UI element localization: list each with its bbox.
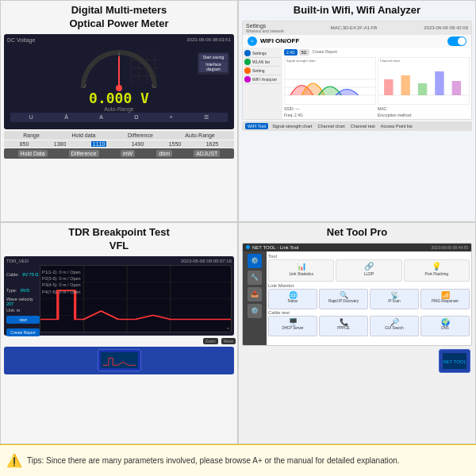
dmm-ctrl-ac[interactable]: A (99, 114, 103, 121)
nettool-port-flash[interactable]: 💡 Port Flashing (404, 259, 470, 282)
wifi-title: Built-in Wifi, Wifi Analyzer (239, 1, 475, 19)
pppoe-label: PPPOE (337, 326, 350, 330)
dmm-time: 2023-06-06 08:03:51 (186, 37, 231, 42)
tdr-title: TDR Breakpoint Test VFL (1, 223, 237, 255)
wifi-signal-chart: Signal strength chart (284, 57, 376, 105)
port-flash-icon: 💡 (432, 262, 441, 271)
wifi-tab-5g[interactable]: 5G (299, 49, 309, 56)
pppoe-icon: 📞 (340, 318, 348, 326)
tdr-screen-title: TDR_VED (6, 259, 29, 263)
dmm-bottom-btns: Hold Data Difference mW dbm ADJUST (4, 148, 234, 159)
dns-icon: 🌍 (441, 318, 450, 326)
difference-bottom-btn[interactable]: Difference (69, 150, 99, 157)
wifi-cell: Built-in Wifi, Wifi Analyzer Settings Wi… (238, 0, 476, 222)
svg-rect-19 (435, 71, 443, 95)
start-saving-btn[interactable]: Start saving (199, 54, 228, 60)
move-btn[interactable]: Move (221, 338, 236, 344)
dmm-cell: Digital Multi-meters Optical Power Meter… (0, 0, 238, 222)
dmm-controls: U Ā A Ω + ☰ (10, 113, 228, 122)
dmm-reading: 0.000 V (7, 90, 231, 106)
tdr-report-btn[interactable]: Create Report (6, 328, 40, 336)
scale-850[interactable]: 850 (20, 141, 29, 147)
zoom-btn[interactable]: Zoom (203, 338, 218, 344)
nettool-main-content: Tool 📊 Link Statistics 🔗 LLDP 💡 Port (267, 251, 471, 346)
hold-data-bottom-btn[interactable]: Hold Data (18, 150, 48, 157)
wifi-toggle[interactable] (447, 36, 466, 46)
tdr-nav: Zoom Move (1, 337, 237, 345)
auto-range-btn[interactable]: Auto-Range (185, 132, 214, 138)
dmm-ctrl-av[interactable]: Ā (64, 114, 68, 121)
nettool-link-stats[interactable]: 📊 Link Statistics (268, 259, 334, 282)
status-icon: 🌐 (289, 291, 298, 299)
gauge-svg (75, 44, 163, 92)
channel-chart-tab[interactable]: Channel chart (317, 123, 347, 129)
tdr-screen: TDR_VED 2023-06-06 08:05:07:16 Cable: 9V… (4, 256, 234, 336)
nettool-ping[interactable]: 📶 PING Responser (420, 289, 470, 309)
link-stats-icon: 📊 (297, 262, 306, 271)
interface-diagram-btn[interactable]: Interface diagram (199, 61, 228, 72)
adjust-btn[interactable]: ADJUST (194, 150, 220, 157)
range-btn[interactable]: Range (23, 132, 40, 138)
nettool-time: 2023-06-06 08:44:55 (432, 245, 468, 250)
create-report-btn[interactable]: Create Report (313, 49, 337, 56)
tdr-device-screen-svg (101, 352, 138, 368)
tdr-time: 2023-06-06 08:05:07:16 (181, 259, 232, 263)
tdr-start-btn[interactable]: start (6, 316, 40, 324)
wifi-bottom-tabs: WIFI Tool Signal strength chart Channel … (242, 121, 472, 131)
wifi-info-signal: Signal strength: (284, 119, 376, 120)
nettool-device-screen: NET TOOL (443, 353, 466, 369)
nettool-dns[interactable]: 🌍 DNS (420, 316, 470, 336)
scale-1490[interactable]: 1490 (132, 141, 144, 147)
status-label: Status (288, 299, 298, 303)
dmm-ctrl-menu[interactable]: ☰ (204, 114, 209, 121)
nettool-pppoe[interactable]: 📞 PPPOE (319, 316, 368, 336)
wifi-sidebar-wlan[interactable]: WLAN list (244, 58, 281, 67)
svg-rect-17 (401, 75, 410, 95)
wifi-tab-24g[interactable]: 2.4G (284, 49, 298, 56)
nettool-sidebar-share[interactable]: 📤 (248, 287, 262, 301)
wifi-info-encrypt: Encryption method: (378, 113, 470, 117)
wifi-info-ssid: SSID: — (284, 106, 376, 111)
nettool-link-grid: 🌐 Status 🔍 Rapid IP Discovery 📡 IP Scan (268, 289, 470, 309)
tdr-chart: m P1(1-2): 0 m / Open P2(3-6): 0 m / Ope… (40, 265, 232, 332)
dmm-ctrl-ohm[interactable]: Ω (134, 114, 138, 121)
hold-data-btn[interactable]: Hold data (71, 132, 95, 138)
dbm-btn[interactable]: dbm (156, 150, 172, 157)
wifi-tool-tab[interactable]: WIFI Tool (245, 123, 268, 129)
nettool-header-label: NET TOOL - Link Tool (252, 245, 298, 250)
mw-btn[interactable]: mW (121, 150, 135, 157)
nettool-sidebar-tool[interactable]: 🔧 (248, 271, 262, 285)
tdr-body: Cable: 9V 75 Ω Type: RVS Wave velocity 2… (6, 265, 232, 332)
tdr-left-panel: Cable: 9V 75 Ω Type: RVS Wave velocity 2… (6, 265, 40, 332)
nettool-dot (246, 245, 250, 249)
difference-btn[interactable]: Difference (128, 132, 153, 138)
nettool-header: NET TOOL - Link Tool 2023-06-06 08:44:55 (243, 244, 471, 251)
dmm-ctrl-u[interactable]: U (29, 114, 33, 121)
nettool-dhcp[interactable]: 🖥️ DHCP Server (268, 316, 317, 336)
nettool-lldp[interactable]: 🔗 LLDP (336, 259, 401, 282)
channel-chart-label: Channel chart (378, 58, 469, 63)
dns-label: DNS (441, 326, 449, 330)
nettool-ip-scan[interactable]: 📡 IP Scan (370, 289, 419, 309)
nettool-sidebar-settings[interactable]: ⚙️ (248, 254, 262, 268)
nettool-sidebar-config[interactable]: ⚙️ (248, 304, 262, 318)
wifi-sidebar-setting[interactable]: Setting (244, 67, 281, 75)
wifi-sidebar-analyzer[interactable]: WIFI Analyzer (244, 75, 281, 84)
nettool-status[interactable]: 🌐 Status (268, 289, 317, 309)
wifi-sidebar-settings[interactable]: Settings (244, 49, 281, 58)
nettool-gui-search[interactable]: 🔎 GUI Search (370, 316, 419, 336)
channel-test-tab[interactable]: Channel test (349, 123, 377, 129)
access-point-tab[interactable]: Access Point list (379, 123, 414, 129)
nettool-rapid-ip[interactable]: 🔍 Rapid IP Discovery (319, 289, 368, 309)
scale-1625[interactable]: 1625 (206, 141, 219, 147)
dmm-title: Digital Multi-meters Optical Power Meter (1, 1, 237, 33)
scale-1110-active[interactable]: 1110 (91, 141, 107, 147)
svg-rect-18 (418, 83, 427, 95)
scale-1550[interactable]: 1550 (169, 141, 182, 147)
gui-search-label: GUI Search (385, 326, 404, 330)
tdr-type-value: RVS (21, 288, 29, 293)
signal-strength-tab[interactable]: Signal strength chart (271, 123, 313, 129)
lldp-icon: 🔗 (364, 262, 374, 271)
scale-1380[interactable]: 1380 (54, 141, 67, 147)
dmm-ctrl-plus[interactable]: + (170, 114, 173, 121)
